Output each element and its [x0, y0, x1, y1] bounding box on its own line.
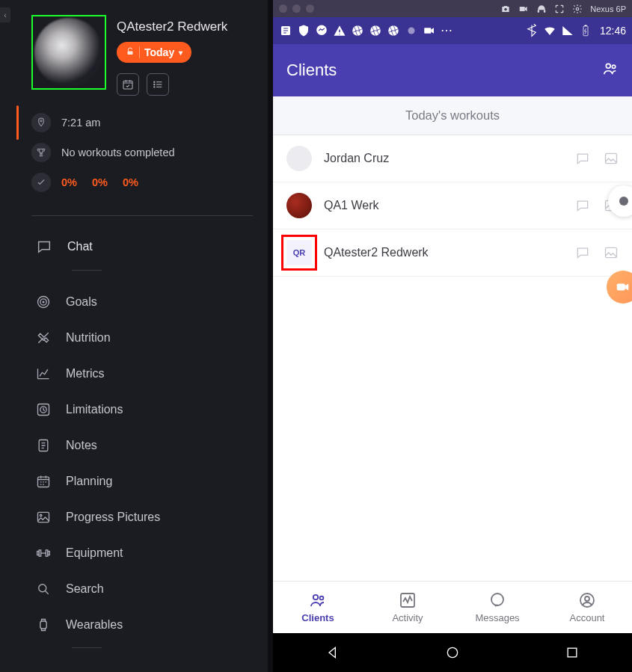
- nav-planning[interactable]: Planning: [36, 463, 251, 499]
- percent-0: 0%: [61, 176, 77, 188]
- svg-point-37: [612, 65, 615, 68]
- nav-search[interactable]: Search: [36, 571, 251, 607]
- svg-point-19: [39, 585, 46, 592]
- client-row[interactable]: QA1 Werk: [273, 182, 632, 229]
- notif-icon: [279, 24, 292, 37]
- status-workouts-row: No workouts completed: [31, 138, 253, 167]
- nav-goals-label: Goals: [66, 295, 97, 309]
- tab-account-label: Account: [570, 612, 605, 623]
- percent-2: 0%: [123, 176, 138, 188]
- client-name: QAtester2 Redwerk: [324, 246, 563, 259]
- calendar-check-icon[interactable]: [117, 73, 139, 96]
- svg-rect-35: [584, 25, 586, 27]
- dot-icon: [405, 24, 418, 37]
- traffic-close[interactable]: [279, 4, 287, 13]
- tab-messages[interactable]: Messages: [452, 582, 542, 633]
- status-time-row: 7:21 am: [31, 108, 253, 138]
- svg-point-42: [313, 595, 318, 599]
- chat-icon[interactable]: [575, 245, 590, 260]
- nav-metrics-label: Metrics: [66, 367, 105, 380]
- svg-rect-16: [39, 550, 41, 556]
- status-list: 7:21 am No workouts completed 0% 0% 0%: [0, 103, 268, 205]
- avatar-highlight: [31, 15, 106, 90]
- people-icon[interactable]: [602, 61, 619, 80]
- headphones-icon[interactable]: [536, 4, 547, 14]
- svg-point-3: [154, 84, 155, 84]
- client-row[interactable]: Jordan Cruz: [273, 135, 632, 182]
- svg-rect-0: [128, 52, 133, 55]
- bluetooth-icon: [525, 24, 539, 37]
- svg-point-8: [43, 301, 44, 303]
- nav-limitations-label: Limitations: [66, 403, 123, 416]
- svg-point-45: [491, 594, 503, 605]
- traffic-min[interactable]: [292, 4, 301, 13]
- android-back[interactable]: [325, 645, 340, 660]
- chat-icon[interactable]: [575, 198, 590, 213]
- emulator-titlebar: Nexus 6P: [273, 0, 632, 17]
- android-home[interactable]: [445, 645, 460, 660]
- gear-icon[interactable]: [572, 4, 583, 14]
- traffic-max[interactable]: [306, 4, 314, 13]
- svg-point-36: [606, 64, 610, 68]
- svg-point-48: [447, 647, 457, 657]
- nav-chat-label: Chat: [67, 240, 93, 253]
- camera-icon[interactable]: [500, 4, 511, 14]
- check-icon: [31, 173, 51, 192]
- nav-chat[interactable]: Chat: [36, 228, 251, 265]
- tab-clients[interactable]: Clients: [273, 582, 363, 633]
- nav-progress[interactable]: Progress Pictures: [36, 499, 251, 535]
- client-name: Jordan Cruz: [324, 152, 563, 165]
- nav-goals[interactable]: Goals: [36, 284, 251, 320]
- svg-rect-24: [538, 10, 539, 13]
- profile-area: QAtester2 Redwerk Today ▾: [0, 0, 268, 103]
- more-icon: ⋯: [441, 27, 454, 34]
- nav-wearables-label: Wearables: [66, 618, 123, 632]
- back-chevron[interactable]: ‹: [0, 7, 10, 22]
- nav-wearables[interactable]: Wearables: [36, 607, 251, 643]
- client-list: Jordan Cruz QA1 Werk QR QAtester2 Redwer…: [273, 135, 632, 581]
- battery-icon: [579, 24, 592, 37]
- aperture-icon: [369, 24, 382, 37]
- tab-account[interactable]: Account: [542, 582, 632, 633]
- tab-clients-label: Clients: [301, 612, 334, 623]
- nav-planning-label: Planning: [66, 475, 112, 488]
- tab-messages-label: Messages: [475, 612, 519, 623]
- svg-rect-40: [606, 247, 617, 257]
- nav-limitations[interactable]: Limitations: [36, 392, 251, 428]
- svg-point-22: [505, 7, 508, 10]
- image-icon[interactable]: [604, 245, 619, 260]
- today-button[interactable]: Today ▾: [117, 42, 191, 63]
- svg-point-29: [352, 25, 363, 36]
- today-label: Today: [144, 46, 174, 58]
- nav-notes[interactable]: Notes: [36, 428, 251, 463]
- tab-activity-label: Activity: [392, 612, 423, 623]
- status-percent-row: 0% 0% 0%: [31, 167, 253, 197]
- nav-settings[interactable]: Settings: [36, 662, 251, 672]
- profile-avatar[interactable]: [34, 18, 103, 87]
- image-icon[interactable]: [604, 151, 619, 166]
- fullscreen-icon[interactable]: [554, 4, 565, 14]
- svg-point-47: [585, 597, 589, 601]
- video-icon[interactable]: [518, 4, 529, 14]
- video-icon: [423, 24, 436, 37]
- chat-icon[interactable]: [575, 151, 590, 166]
- client-avatar: [286, 193, 312, 218]
- nav-metrics[interactable]: Metrics: [36, 356, 251, 392]
- nav-nutrition-label: Nutrition: [66, 331, 111, 345]
- android-recent[interactable]: [565, 645, 580, 660]
- svg-rect-25: [544, 10, 545, 13]
- list-icon[interactable]: [147, 73, 169, 96]
- aperture-icon: [351, 24, 364, 37]
- svg-rect-38: [606, 153, 617, 163]
- svg-rect-23: [520, 7, 525, 11]
- trophy-icon: [31, 143, 51, 162]
- header-title: Clients: [286, 61, 337, 80]
- svg-rect-13: [38, 512, 49, 522]
- nav-equipment[interactable]: Equipment: [36, 535, 251, 571]
- tab-activity[interactable]: Activity: [363, 582, 452, 633]
- nav-nutrition[interactable]: Nutrition: [36, 320, 251, 356]
- nav-progress-label: Progress Pictures: [66, 511, 160, 524]
- divider: [72, 647, 102, 648]
- client-row[interactable]: QR QAtester2 Redwerk: [273, 229, 632, 277]
- profile-name: QAtester2 Redwerk: [117, 19, 253, 34]
